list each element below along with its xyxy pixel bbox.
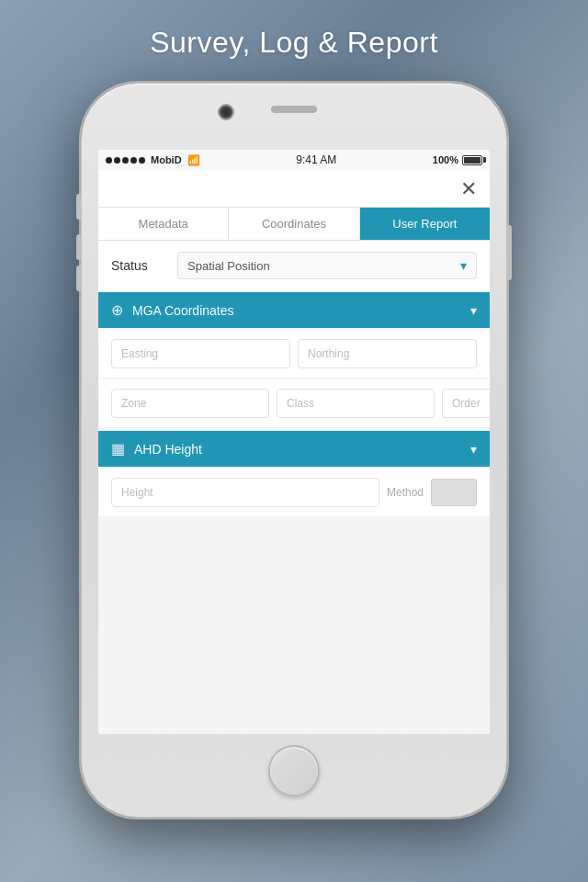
close-button[interactable]: ✕ xyxy=(460,179,477,199)
ahd-section-header[interactable]: ▦ AHD Height ▾ xyxy=(98,431,490,467)
easting-input[interactable] xyxy=(111,339,290,368)
phone-shell: MobiD 📶 9:41 AM 100% ✕ Metadata xyxy=(81,83,507,818)
screen: MobiD 📶 9:41 AM 100% ✕ Metadata xyxy=(98,150,490,734)
status-time: 9:41 AM xyxy=(200,153,433,166)
height-input[interactable] xyxy=(111,478,379,507)
mga-fields-row2 xyxy=(98,379,490,427)
status-row: Status Spatial Position ▾ xyxy=(98,241,490,290)
tab-metadata[interactable]: Metadata xyxy=(98,208,229,240)
tab-coordinates[interactable]: Coordinates xyxy=(229,208,359,240)
mga-collapse-icon: ▾ xyxy=(470,303,477,318)
status-label: Status xyxy=(111,258,166,273)
carrier-name: MobiD xyxy=(151,154,182,165)
home-button[interactable] xyxy=(268,745,320,797)
battery-percent: 100% xyxy=(433,154,458,165)
app-content: ✕ Metadata Coordinates User Report Statu… xyxy=(98,170,490,734)
status-bar: MobiD 📶 9:41 AM 100% xyxy=(98,150,490,170)
order-input[interactable] xyxy=(442,389,490,418)
status-dropdown[interactable]: Spatial Position ▾ xyxy=(177,252,477,279)
battery-icon xyxy=(462,155,482,165)
mga-fields-row1 xyxy=(98,330,490,378)
status-value: Spatial Position xyxy=(187,259,270,273)
ahd-icon: ▦ xyxy=(111,440,125,458)
class-input[interactable] xyxy=(277,389,435,418)
ahd-title: AHD Height xyxy=(134,442,202,457)
dropdown-arrow-icon: ▾ xyxy=(460,258,467,273)
mga-icon: ⊕ xyxy=(111,301,123,319)
camera xyxy=(218,104,234,120)
mga-section-header[interactable]: ⊕ MGA Coordinates ▾ xyxy=(98,292,490,328)
mga-title: MGA Coordinates xyxy=(132,303,234,318)
carrier-info: MobiD 📶 xyxy=(106,154,200,166)
tab-bar: Metadata Coordinates User Report xyxy=(98,208,490,241)
northing-input[interactable] xyxy=(298,339,477,368)
header-bar: ✕ xyxy=(98,170,490,208)
ahd-fields-row1: Method xyxy=(98,469,490,516)
signal-indicator xyxy=(106,157,145,164)
speaker xyxy=(271,106,317,113)
page-title: Survey, Log & Report xyxy=(0,26,588,60)
method-select-box[interactable] xyxy=(431,479,477,506)
status-right: 100% xyxy=(433,154,482,165)
method-label: Method xyxy=(387,486,424,499)
form-area: Status Spatial Position ▾ ⊕ MGA Coordina… xyxy=(98,241,490,734)
battery-fill xyxy=(464,157,481,164)
ahd-collapse-icon: ▾ xyxy=(470,442,477,457)
tab-user-report[interactable]: User Report xyxy=(360,208,490,240)
wifi-icon: 📶 xyxy=(187,154,200,166)
zone-input[interactable] xyxy=(111,389,269,418)
